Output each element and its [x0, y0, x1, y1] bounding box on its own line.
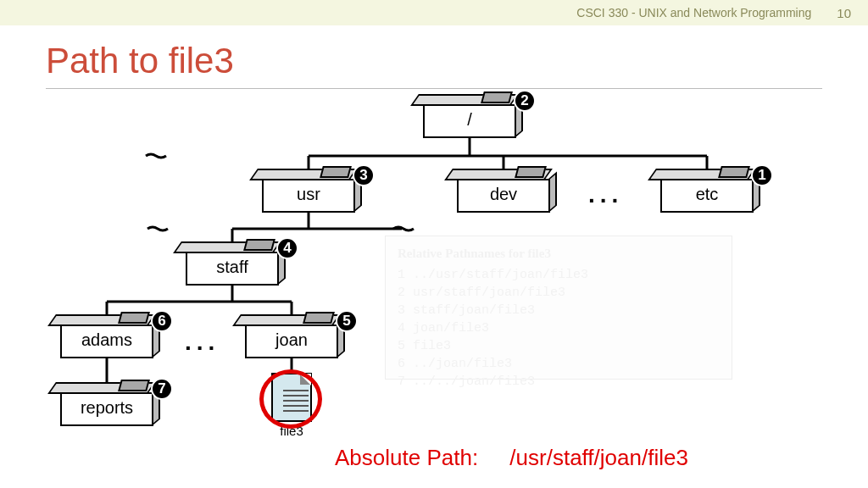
relative-path-row: 2 usr/staff/joan/file3 [398, 284, 720, 302]
relative-path-row: 4 joan/file3 [398, 319, 720, 337]
absolute-path-label: Absolute Path: [335, 445, 478, 470]
folder-label: adams [60, 330, 153, 350]
badge-staff: 4 [276, 237, 298, 259]
filesystem-diagram: Relative Pathnames for file3 1 ../usr/st… [46, 102, 826, 458]
folder-etc: etc [660, 166, 754, 217]
relative-paths-heading: Relative Pathnames for file3 [398, 245, 720, 263]
folder-label: / [423, 110, 516, 130]
slide-title: Path to file3 [46, 41, 868, 81]
badge-reports: 7 [151, 378, 173, 400]
folder-joan: joan [245, 312, 338, 363]
folder-label: usr [262, 185, 355, 204]
folder-label: etc [660, 185, 754, 204]
badge-etc: 1 [751, 164, 773, 186]
folder-label: reports [60, 398, 153, 418]
absolute-path-value: /usr/staff/joan/file3 [509, 445, 688, 470]
folder-staff: staff [186, 239, 279, 290]
highlight-circle [259, 369, 322, 429]
slide-header: CSCI 330 - UNIX and Network Programming … [0, 0, 868, 25]
folder-label: staff [186, 258, 279, 277]
ellipsis-icon: ... [185, 329, 220, 356]
folder-dev: dev [457, 166, 550, 217]
relative-path-row: 5 file3 [398, 337, 720, 355]
ellipsis-icon: ... [588, 181, 623, 208]
relative-path-row: 3 staff/joan/file3 [398, 302, 720, 319]
folder-label: joan [245, 330, 338, 350]
relative-path-row: 6 ../joan/file3 [398, 355, 720, 373]
folder-root: / [423, 92, 516, 142]
folder-reports: reports [60, 380, 153, 430]
badge-adams: 6 [151, 310, 173, 332]
course-title: CSCI 330 - UNIX and Network Programming [576, 6, 811, 19]
folder-adams: adams [60, 312, 153, 363]
badge-root: 2 [514, 90, 536, 112]
relative-paths-box: Relative Pathnames for file3 1 ../usr/st… [385, 236, 732, 380]
relative-path-row: 1 ../usr/staff/joan/file3 [398, 266, 720, 284]
title-underline [46, 88, 822, 89]
folder-usr: usr [262, 166, 355, 217]
badge-joan: 5 [336, 310, 358, 332]
relative-path-row: 7 ../../joan/file3 [398, 373, 720, 391]
page-number: 10 [837, 6, 851, 20]
badge-usr: 3 [353, 164, 375, 186]
absolute-path-line: Absolute Path: /usr/staff/joan/file3 [335, 445, 688, 471]
folder-label: dev [457, 185, 550, 204]
